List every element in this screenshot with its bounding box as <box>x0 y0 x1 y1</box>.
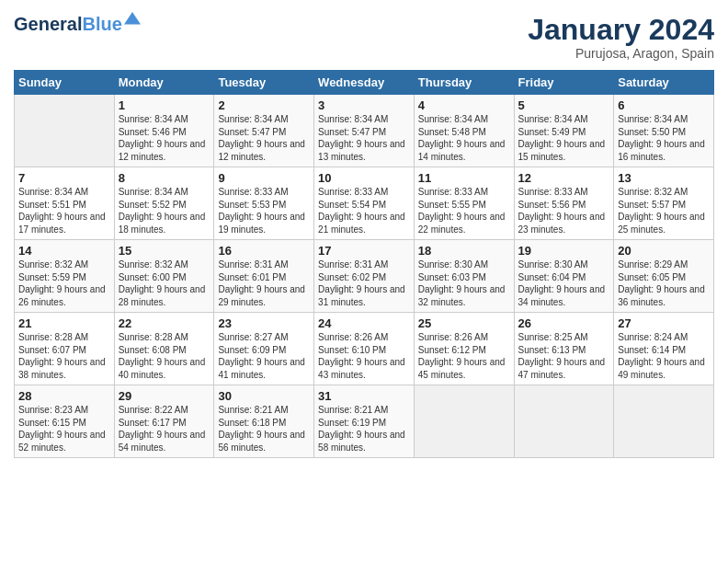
day-info: Sunrise: 8:30 AMSunset: 6:03 PMDaylight:… <box>418 259 510 308</box>
calendar-cell: 1 Sunrise: 8:34 AMSunset: 5:46 PMDayligh… <box>114 95 214 167</box>
day-number: 8 <box>119 171 210 185</box>
header: GeneralBlue January 2024 Purujosa, Arago… <box>14 14 714 61</box>
day-info: Sunrise: 8:34 AMSunset: 5:50 PMDaylight:… <box>618 113 710 163</box>
day-info: Sunrise: 8:24 AMSunset: 6:14 PMDaylight:… <box>618 331 710 381</box>
day-number: 25 <box>418 316 510 330</box>
day-number: 9 <box>218 171 310 185</box>
calendar-week-1: 7 Sunrise: 8:34 AMSunset: 5:51 PMDayligh… <box>15 167 714 240</box>
day-number: 24 <box>318 316 410 330</box>
weekday-header-sunday: Sunday <box>15 71 115 95</box>
day-info: Sunrise: 8:30 AMSunset: 6:04 PMDaylight:… <box>518 259 610 308</box>
day-info: Sunrise: 8:26 AMSunset: 6:12 PMDaylight:… <box>418 331 510 381</box>
calendar-cell: 24 Sunrise: 8:26 AMSunset: 6:10 PMDaylig… <box>314 313 415 385</box>
weekday-header-thursday: Thursday <box>414 71 514 95</box>
title-area: January 2024 Purujosa, Aragon, Spain <box>528 14 714 61</box>
calendar-cell: 12 Sunrise: 8:33 AMSunset: 5:56 PMDaylig… <box>514 167 614 240</box>
calendar-cell: 21 Sunrise: 8:28 AMSunset: 6:07 PMDaylig… <box>15 313 115 385</box>
calendar-cell: 28 Sunrise: 8:23 AMSunset: 6:15 PMDaylig… <box>15 385 115 458</box>
day-info: Sunrise: 8:32 AMSunset: 5:59 PMDaylight:… <box>18 259 110 308</box>
day-number: 28 <box>18 389 110 403</box>
day-info: Sunrise: 8:33 AMSunset: 5:53 PMDaylight:… <box>218 186 310 236</box>
day-number: 12 <box>518 171 610 185</box>
calendar-cell <box>514 385 614 458</box>
day-info: Sunrise: 8:34 AMSunset: 5:51 PMDaylight:… <box>18 186 110 236</box>
day-number: 31 <box>318 389 410 403</box>
calendar-cell: 7 Sunrise: 8:34 AMSunset: 5:51 PMDayligh… <box>15 167 115 240</box>
page-container: GeneralBlue January 2024 Purujosa, Arago… <box>0 0 728 467</box>
calendar-cell <box>614 385 714 458</box>
calendar-cell: 31 Sunrise: 8:21 AMSunset: 6:19 PMDaylig… <box>314 385 415 458</box>
day-info: Sunrise: 8:34 AMSunset: 5:46 PMDaylight:… <box>119 113 210 163</box>
calendar-cell: 3 Sunrise: 8:34 AMSunset: 5:47 PMDayligh… <box>314 95 415 167</box>
day-number: 1 <box>119 98 210 112</box>
weekday-header-saturday: Saturday <box>614 71 714 95</box>
day-info: Sunrise: 8:21 AMSunset: 6:18 PMDaylight:… <box>218 404 310 454</box>
calendar-cell: 5 Sunrise: 8:34 AMSunset: 5:49 PMDayligh… <box>514 95 614 167</box>
day-number: 4 <box>418 98 510 112</box>
weekday-header-tuesday: Tuesday <box>214 71 314 95</box>
day-number: 20 <box>618 244 710 258</box>
day-info: Sunrise: 8:34 AMSunset: 5:52 PMDaylight:… <box>119 186 210 236</box>
calendar-cell: 4 Sunrise: 8:34 AMSunset: 5:48 PMDayligh… <box>414 95 514 167</box>
calendar-week-0: 1 Sunrise: 8:34 AMSunset: 5:46 PMDayligh… <box>15 95 714 167</box>
month-title: January 2024 <box>528 14 714 46</box>
day-number: 3 <box>318 98 410 112</box>
day-info: Sunrise: 8:21 AMSunset: 6:19 PMDaylight:… <box>318 404 410 454</box>
calendar-week-2: 14 Sunrise: 8:32 AMSunset: 5:59 PMDaylig… <box>15 240 714 313</box>
day-number: 18 <box>418 244 510 258</box>
day-number: 30 <box>218 389 310 403</box>
day-number: 26 <box>518 316 610 330</box>
calendar-week-4: 28 Sunrise: 8:23 AMSunset: 6:15 PMDaylig… <box>15 385 714 458</box>
calendar-cell: 18 Sunrise: 8:30 AMSunset: 6:03 PMDaylig… <box>414 240 514 313</box>
day-info: Sunrise: 8:34 AMSunset: 5:48 PMDaylight:… <box>418 113 510 163</box>
calendar-cell: 11 Sunrise: 8:33 AMSunset: 5:55 PMDaylig… <box>414 167 514 240</box>
calendar-cell: 13 Sunrise: 8:32 AMSunset: 5:57 PMDaylig… <box>614 167 714 240</box>
calendar-cell: 23 Sunrise: 8:27 AMSunset: 6:09 PMDaylig… <box>214 313 314 385</box>
calendar-cell: 27 Sunrise: 8:24 AMSunset: 6:14 PMDaylig… <box>614 313 714 385</box>
weekday-header-monday: Monday <box>114 71 214 95</box>
day-info: Sunrise: 8:34 AMSunset: 5:49 PMDaylight:… <box>518 113 610 163</box>
calendar-week-3: 21 Sunrise: 8:28 AMSunset: 6:07 PMDaylig… <box>15 313 714 385</box>
day-info: Sunrise: 8:33 AMSunset: 5:56 PMDaylight:… <box>518 186 610 236</box>
day-number: 11 <box>418 171 510 185</box>
calendar-cell: 26 Sunrise: 8:25 AMSunset: 6:13 PMDaylig… <box>514 313 614 385</box>
logo-accent: Blue <box>82 14 121 34</box>
day-info: Sunrise: 8:28 AMSunset: 6:07 PMDaylight:… <box>18 331 110 381</box>
calendar-cell: 29 Sunrise: 8:22 AMSunset: 6:17 PMDaylig… <box>114 385 214 458</box>
calendar-cell: 25 Sunrise: 8:26 AMSunset: 6:12 PMDaylig… <box>414 313 514 385</box>
day-info: Sunrise: 8:22 AMSunset: 6:17 PMDaylight:… <box>119 404 210 454</box>
day-number: 22 <box>119 316 210 330</box>
weekday-header-friday: Friday <box>514 71 614 95</box>
day-info: Sunrise: 8:34 AMSunset: 5:47 PMDaylight:… <box>218 113 310 163</box>
day-number: 16 <box>218 244 310 258</box>
day-info: Sunrise: 8:33 AMSunset: 5:55 PMDaylight:… <box>418 186 510 236</box>
calendar-cell <box>414 385 514 458</box>
day-number: 21 <box>18 316 110 330</box>
calendar-cell: 15 Sunrise: 8:32 AMSunset: 6:00 PMDaylig… <box>114 240 214 313</box>
calendar-table: SundayMondayTuesdayWednesdayThursdayFrid… <box>14 70 714 458</box>
day-number: 14 <box>18 244 110 258</box>
day-number: 27 <box>618 316 710 330</box>
day-info: Sunrise: 8:32 AMSunset: 6:00 PMDaylight:… <box>119 259 210 308</box>
calendar-cell: 30 Sunrise: 8:21 AMSunset: 6:18 PMDaylig… <box>214 385 314 458</box>
logo-text: GeneralBlue <box>14 14 122 34</box>
calendar-cell: 20 Sunrise: 8:29 AMSunset: 6:05 PMDaylig… <box>614 240 714 313</box>
logo: GeneralBlue <box>14 14 141 34</box>
calendar-cell: 9 Sunrise: 8:33 AMSunset: 5:53 PMDayligh… <box>214 167 314 240</box>
day-number: 23 <box>218 316 310 330</box>
calendar-cell: 17 Sunrise: 8:31 AMSunset: 6:02 PMDaylig… <box>314 240 415 313</box>
calendar-cell: 16 Sunrise: 8:31 AMSunset: 6:01 PMDaylig… <box>214 240 314 313</box>
day-info: Sunrise: 8:25 AMSunset: 6:13 PMDaylight:… <box>518 331 610 381</box>
day-info: Sunrise: 8:32 AMSunset: 5:57 PMDaylight:… <box>618 186 710 236</box>
calendar-cell: 22 Sunrise: 8:28 AMSunset: 6:08 PMDaylig… <box>114 313 214 385</box>
day-number: 7 <box>18 171 110 185</box>
day-info: Sunrise: 8:23 AMSunset: 6:15 PMDaylight:… <box>18 404 110 454</box>
weekday-header-wednesday: Wednesday <box>314 71 415 95</box>
calendar-cell: 6 Sunrise: 8:34 AMSunset: 5:50 PMDayligh… <box>614 95 714 167</box>
day-info: Sunrise: 8:31 AMSunset: 6:02 PMDaylight:… <box>318 259 410 308</box>
day-number: 13 <box>618 171 710 185</box>
day-number: 15 <box>119 244 210 258</box>
day-number: 2 <box>218 98 310 112</box>
day-number: 5 <box>518 98 610 112</box>
day-number: 29 <box>119 389 210 403</box>
